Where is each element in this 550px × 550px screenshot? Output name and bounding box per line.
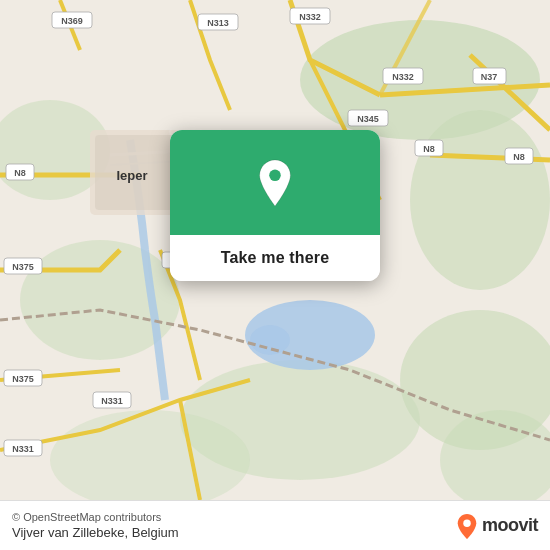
svg-text:N369: N369 — [61, 16, 83, 26]
svg-text:N313: N313 — [207, 18, 229, 28]
svg-text:N8: N8 — [513, 152, 525, 162]
svg-text:N331: N331 — [101, 396, 123, 406]
map-container: N369 N332 N332 N313 N345 N37 N8 N8 N8 N3… — [0, 0, 550, 500]
svg-text:N8: N8 — [423, 144, 435, 154]
map-attribution: © OpenStreetMap contributors — [12, 511, 179, 523]
popup-map-green-area — [170, 130, 380, 235]
svg-point-10 — [250, 325, 290, 355]
svg-text:N375: N375 — [12, 374, 34, 384]
svg-point-2 — [410, 110, 550, 290]
moovit-logo: moovit — [456, 513, 538, 539]
moovit-pin-icon — [456, 513, 478, 539]
svg-text:N8: N8 — [14, 168, 26, 178]
svg-text:N332: N332 — [299, 12, 321, 22]
svg-text:N345: N345 — [357, 114, 379, 124]
svg-text:N37: N37 — [481, 72, 498, 82]
moovit-brand-label: moovit — [482, 515, 538, 536]
location-pin-icon — [254, 158, 296, 208]
svg-text:N331: N331 — [12, 444, 34, 454]
place-name-label: Vijver van Zillebeke, Belgium — [12, 525, 179, 540]
popup-card: Take me there — [170, 130, 380, 281]
svg-point-43 — [463, 519, 470, 526]
svg-text:N332: N332 — [392, 72, 414, 82]
svg-text:N375: N375 — [12, 262, 34, 272]
take-me-there-button[interactable]: Take me there — [170, 235, 380, 281]
svg-text:Ieper: Ieper — [116, 168, 147, 183]
svg-point-42 — [269, 169, 281, 181]
bottom-bar: © OpenStreetMap contributors Vijver van … — [0, 500, 550, 550]
